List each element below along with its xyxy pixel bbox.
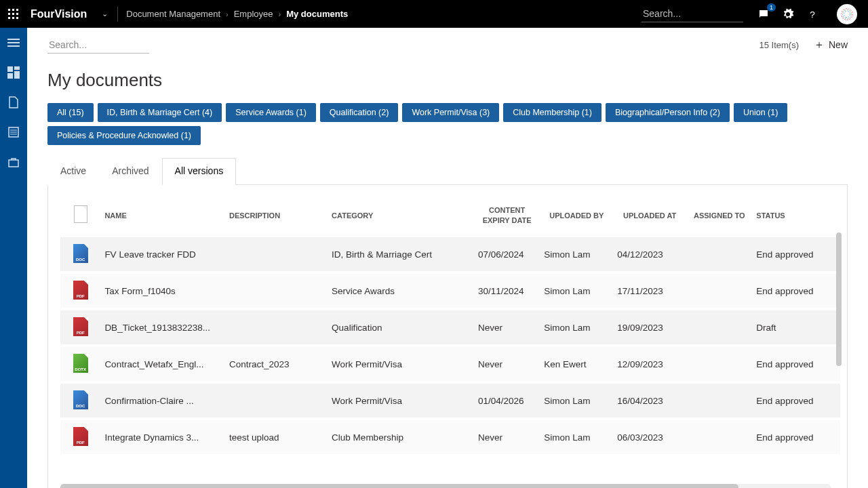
cell-expiry: 07/06/2024 [474, 237, 540, 271]
hamburger-icon[interactable] [0, 33, 27, 52]
svg-rect-5 [16, 13, 18, 15]
column-header-icon [60, 200, 100, 235]
filter-pill[interactable]: Union (1) [734, 103, 787, 122]
avatar[interactable] [837, 4, 857, 24]
tab-all-versions[interactable]: All versions [162, 158, 237, 185]
toolbar: 15 Item(s) ＋ New [47, 28, 848, 62]
notification-badge: 1 [767, 3, 776, 12]
cell-assigned-to [686, 420, 752, 454]
cell-expiry: Never [474, 310, 540, 344]
search-input[interactable] [47, 37, 149, 54]
cell-status: End approved [752, 237, 840, 271]
cell-description [225, 237, 328, 271]
cell-status: End approved [752, 347, 840, 381]
svg-rect-4 [12, 13, 14, 15]
dashboard-icon[interactable] [0, 63, 27, 82]
cell-description: Contract_2023 [225, 347, 328, 381]
column-header-description[interactable]: DESCRIPTION [225, 200, 328, 235]
cell-status: Draft [752, 310, 840, 344]
cell-uploaded-by: Simon Lam [540, 310, 613, 344]
column-header-assigned-to[interactable]: ASSIGNED TO [686, 200, 752, 235]
breadcrumb-link[interactable]: Document Management [122, 9, 224, 19]
cell-uploaded-at: 19/09/2023 [613, 310, 686, 344]
file-type-cell [60, 347, 100, 381]
messages-icon[interactable]: 1 [757, 7, 770, 21]
cell-uploaded-by: Simon Lam [540, 274, 613, 308]
cell-name: Integrate Dynamics 3... [100, 420, 225, 454]
briefcase-icon[interactable] [0, 152, 27, 171]
cell-category: Club Membership [328, 420, 474, 454]
sidebar [0, 28, 27, 488]
global-search-input[interactable] [642, 5, 743, 22]
filter-pill[interactable]: Policies & Procedure Acknowled (1) [47, 126, 201, 145]
gear-icon[interactable] [781, 7, 795, 21]
tab-archived[interactable]: Archived [99, 158, 161, 185]
cell-expiry: Never [474, 420, 540, 454]
table-row[interactable]: Confirmation-Claire ...Work Permit/Visa0… [60, 384, 840, 418]
vertical-scrollbar[interactable] [836, 205, 842, 449]
brand-name[interactable]: FourVision [27, 8, 94, 20]
column-header-uploaded-by[interactable]: UPLOADED BY [540, 200, 613, 235]
svg-rect-3 [8, 13, 10, 15]
cell-name: FV Leave tracker FDD [100, 237, 225, 271]
svg-rect-25 [9, 160, 18, 167]
table-row[interactable]: FV Leave tracker FDDID, Birth & Marriage… [60, 237, 840, 271]
filter-pill[interactable]: Work Permit/Visa (3) [402, 103, 499, 122]
cell-uploaded-by: Simon Lam [540, 237, 613, 271]
filter-pills: All (15) ID, Birth & Marriage Cert (4) S… [47, 103, 848, 145]
cell-assigned-to [686, 237, 752, 271]
filter-pill[interactable]: Service Awards (1) [226, 103, 316, 122]
file-dotx-icon [73, 354, 88, 373]
topbar: FourVision ⌄ Document Management › Emplo… [0, 0, 868, 28]
table-row[interactable]: DB_Ticket_1913832238...QualificationNeve… [60, 310, 840, 344]
column-header-name[interactable]: NAME [100, 200, 225, 235]
filter-pill[interactable]: Qualification (2) [320, 103, 399, 122]
column-header-status[interactable]: STATUS [752, 200, 840, 235]
cell-name: Tax Form_f1040s [100, 274, 225, 308]
column-header-category[interactable]: CATEGORY [328, 200, 474, 235]
document-grid: NAME DESCRIPTION CATEGORY CONTENT EXPIRY… [47, 185, 848, 488]
breadcrumb-link[interactable]: Employee [230, 9, 277, 19]
cell-expiry: 30/11/2024 [474, 274, 540, 308]
new-button[interactable]: ＋ New [814, 38, 848, 52]
cell-description [225, 384, 328, 418]
filter-pill[interactable]: Club Membership (1) [503, 103, 601, 122]
cell-assigned-to [686, 347, 752, 381]
document-icon[interactable] [0, 93, 27, 112]
filter-pill[interactable]: All (15) [47, 103, 94, 122]
file-icon [74, 205, 87, 223]
plus-icon: ＋ [814, 38, 825, 52]
file-type-cell [60, 310, 100, 344]
help-icon[interactable]: ? [806, 7, 819, 21]
svg-rect-18 [14, 66, 20, 70]
svg-rect-20 [7, 73, 13, 79]
cell-assigned-to [686, 310, 752, 344]
file-pdf-icon [73, 317, 88, 336]
svg-rect-15 [7, 42, 20, 43]
main-content: 15 Item(s) ＋ New My documents All (15) I… [27, 28, 868, 488]
file-doc-icon [73, 244, 88, 263]
svg-rect-19 [14, 71, 20, 79]
cell-name: DB_Ticket_1913832238... [100, 310, 225, 344]
tab-active[interactable]: Active [47, 158, 99, 185]
chevron-right-icon: › [224, 10, 230, 18]
chevron-down-icon[interactable]: ⌄ [94, 9, 116, 18]
column-header-expiry[interactable]: CONTENT EXPIRY DATE [474, 200, 540, 235]
file-doc-icon [73, 390, 88, 409]
cell-description [225, 310, 328, 344]
new-button-label: New [829, 39, 848, 50]
cell-status: End approved [752, 384, 840, 418]
cell-expiry: Never [474, 347, 540, 381]
column-header-uploaded-at[interactable]: UPLOADED AT [613, 200, 686, 235]
list-icon[interactable] [0, 123, 27, 142]
cell-category: Work Permit/Visa [328, 384, 474, 418]
svg-rect-7 [12, 17, 14, 19]
cell-assigned-to [686, 384, 752, 418]
table-row[interactable]: Contract_Wetafx_Engl...Contract_2023Work… [60, 347, 840, 381]
filter-pill[interactable]: Biographical/Person Info (2) [606, 103, 730, 122]
app-launcher-icon[interactable] [0, 0, 27, 28]
horizontal-scrollbar[interactable] [60, 484, 831, 488]
table-row[interactable]: Tax Form_f1040sService Awards30/11/2024S… [60, 274, 840, 308]
filter-pill[interactable]: ID, Birth & Marriage Cert (4) [98, 103, 222, 122]
table-row[interactable]: Integrate Dynamics 3...teest uploadClub … [60, 420, 840, 454]
